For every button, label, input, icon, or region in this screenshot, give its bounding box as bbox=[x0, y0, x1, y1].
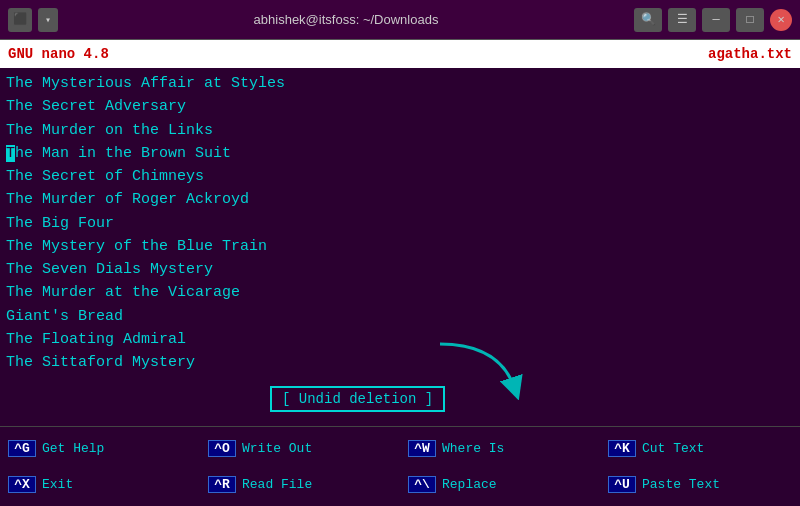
editor-line: The Secret Adversary bbox=[6, 95, 794, 118]
editor-line: The Mystery of the Blue Train bbox=[6, 235, 794, 258]
shortcut-key: ^K bbox=[608, 440, 636, 457]
editor-line: The Big Four bbox=[6, 212, 794, 235]
search-button[interactable]: 🔍 bbox=[634, 8, 662, 32]
window-controls: 🔍 ☰ — □ ✕ bbox=[634, 8, 792, 32]
maximize-button[interactable]: □ bbox=[736, 8, 764, 32]
editor-line: The Murder of Roger Ackroyd bbox=[6, 188, 794, 211]
undid-deletion-tooltip: [ Undid deletion ] bbox=[270, 386, 445, 412]
title-bar-left: ⬛ ▾ bbox=[8, 8, 58, 32]
shortcuts-bar: ^GGet Help^OWrite Out^WWhere Is^KCut Tex… bbox=[0, 426, 800, 506]
editor-line: The Murder on the Links bbox=[6, 119, 794, 142]
shortcut-label: Read File bbox=[242, 477, 312, 492]
menu-button[interactable]: ☰ bbox=[668, 8, 696, 32]
close-button[interactable]: ✕ bbox=[770, 9, 792, 31]
minimize-button[interactable]: — bbox=[702, 8, 730, 32]
editor-line: The Floating Admiral bbox=[6, 328, 794, 351]
dropdown-icon[interactable]: ▾ bbox=[38, 8, 58, 32]
editor-lines: The Mysterious Affair at StylesThe Secre… bbox=[6, 72, 794, 374]
shortcut-item[interactable]: ^KCut Text bbox=[600, 431, 800, 467]
shortcut-key: ^O bbox=[208, 440, 236, 457]
shortcut-item[interactable]: ^WWhere Is bbox=[400, 431, 600, 467]
app-icon: ⬛ bbox=[8, 8, 32, 32]
shortcut-item[interactable]: ^UPaste Text bbox=[600, 467, 800, 503]
editor-line: The Sittaford Mystery bbox=[6, 351, 794, 374]
shortcut-item[interactable]: ^OWrite Out bbox=[200, 431, 400, 467]
editor-line: The Secret of Chimneys bbox=[6, 165, 794, 188]
shortcut-key: ^G bbox=[8, 440, 36, 457]
editor-line: Giant's Bread bbox=[6, 305, 794, 328]
title-bar: ⬛ ▾ abhishek@itsfoss: ~/Downloads 🔍 ☰ — … bbox=[0, 0, 800, 40]
editor-line: The Seven Dials Mystery bbox=[6, 258, 794, 281]
shortcut-label: Replace bbox=[442, 477, 497, 492]
nano-filename: agatha.txt bbox=[708, 46, 792, 62]
window-title: abhishek@itsfoss: ~/Downloads bbox=[58, 12, 634, 27]
shortcut-key: ^R bbox=[208, 476, 236, 493]
shortcut-label: Paste Text bbox=[642, 477, 720, 492]
shortcut-item[interactable]: ^XExit bbox=[0, 467, 200, 503]
nano-version: GNU nano 4.8 bbox=[8, 46, 109, 62]
editor-area[interactable]: The Mysterious Affair at StylesThe Secre… bbox=[0, 68, 800, 426]
shortcut-key: ^W bbox=[408, 440, 436, 457]
shortcut-label: Get Help bbox=[42, 441, 104, 456]
shortcut-item[interactable]: ^RRead File bbox=[200, 467, 400, 503]
shortcut-item[interactable]: ^\Replace bbox=[400, 467, 600, 503]
shortcut-label: Cut Text bbox=[642, 441, 704, 456]
shortcut-label: Exit bbox=[42, 477, 73, 492]
editor-line: The Murder at the Vicarage bbox=[6, 281, 794, 304]
editor-line: The Man in the Brown Suit bbox=[6, 142, 794, 165]
shortcut-item[interactable]: ^GGet Help bbox=[0, 431, 200, 467]
nano-header: GNU nano 4.8 agatha.txt bbox=[0, 40, 800, 68]
shortcut-key: ^X bbox=[8, 476, 36, 493]
shortcut-key: ^\ bbox=[408, 476, 436, 493]
arrow-indicator bbox=[420, 334, 540, 404]
shortcut-key: ^U bbox=[608, 476, 636, 493]
editor-line: The Mysterious Affair at Styles bbox=[6, 72, 794, 95]
shortcut-label: Where Is bbox=[442, 441, 504, 456]
shortcut-label: Write Out bbox=[242, 441, 312, 456]
